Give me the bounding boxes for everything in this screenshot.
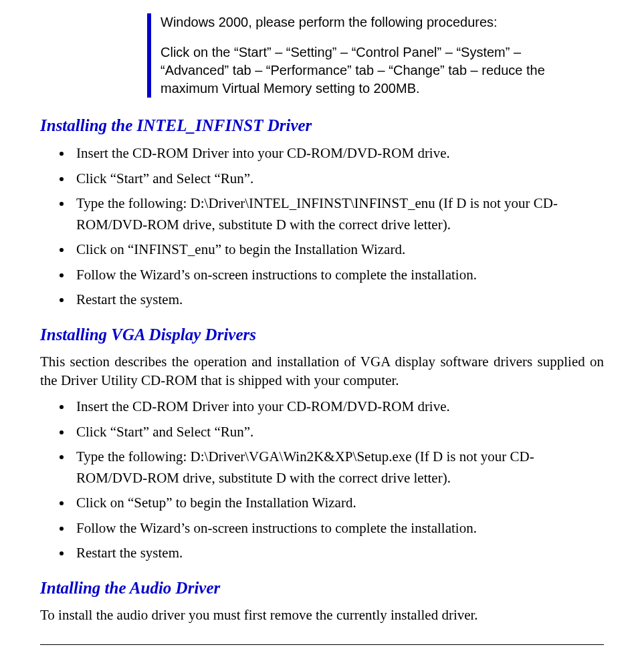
list-item: Restart the system. bbox=[72, 289, 604, 311]
note-paragraph-1: Windows 2000, please perform the followi… bbox=[160, 13, 577, 31]
heading-audio-driver: Intalling the Audio Driver bbox=[40, 579, 604, 598]
note-paragraph-2: Click on the “Start” – “Setting” – “Cont… bbox=[160, 43, 577, 98]
list-item: Click on “Setup” to begin the Installati… bbox=[72, 493, 604, 514]
list-item: Insert the CD-ROM Driver into your CD-RO… bbox=[72, 396, 604, 418]
vga-intro-text: This section describes the operation and… bbox=[40, 352, 604, 390]
list-item: Type the following: D:\Driver\VGA\Win2K&… bbox=[72, 446, 604, 489]
list-item: Insert the CD-ROM Driver into your CD-RO… bbox=[72, 143, 604, 164]
list-item: Follow the Wizard’s on-screen instructio… bbox=[72, 518, 604, 539]
list-item: Click “Start” and Select “Run”. bbox=[72, 168, 604, 190]
audio-intro-text: To install the audio driver you must fir… bbox=[40, 606, 604, 624]
document-page: Windows 2000, please perform the followi… bbox=[0, 0, 644, 649]
heading-intel-infinst: Installing the INTEL_INFINST Driver bbox=[40, 116, 604, 135]
vga-display-steps: Insert the CD-ROM Driver into your CD-RO… bbox=[40, 396, 604, 564]
list-item: Type the following: D:\Driver\INTEL_INFI… bbox=[72, 193, 604, 235]
heading-vga-display: Installing VGA Display Drivers bbox=[40, 326, 604, 344]
footer-rule: 68 bbox=[40, 644, 604, 649]
list-item: Follow the Wizard’s on-screen instructio… bbox=[72, 265, 604, 286]
note-block: Windows 2000, please perform the followi… bbox=[147, 13, 577, 98]
intel-infinst-steps: Insert the CD-ROM Driver into your CD-RO… bbox=[40, 143, 604, 311]
list-item: Click “Start” and Select “Run”. bbox=[72, 422, 604, 443]
list-item: Click on “INFINST_enu” to begin the Inst… bbox=[72, 239, 604, 261]
list-item: Restart the system. bbox=[72, 543, 604, 564]
